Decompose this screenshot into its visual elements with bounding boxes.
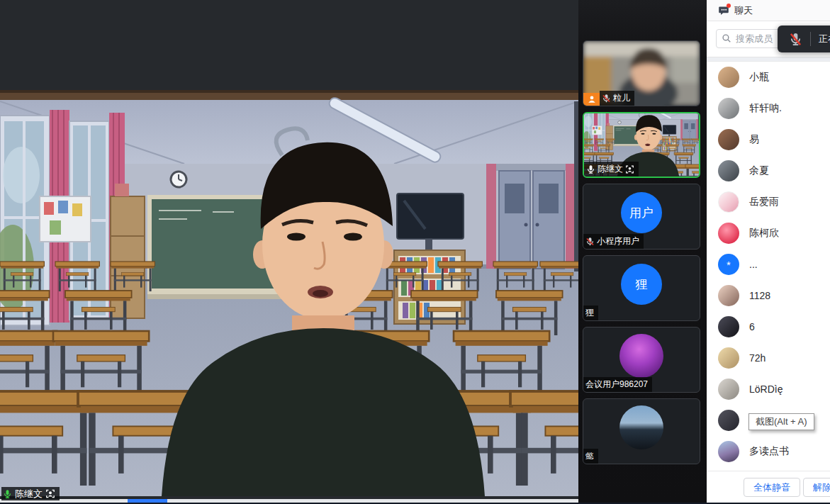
mute-all-button[interactable]: 全体静音 bbox=[744, 478, 800, 497]
participant-name-label: 粒儿 bbox=[600, 91, 634, 106]
vertical-divider bbox=[810, 32, 811, 46]
member-avatar bbox=[718, 316, 739, 337]
member-avatar bbox=[718, 129, 739, 150]
member-avatar bbox=[718, 379, 739, 400]
unmute-all-button[interactable]: 解除静音 bbox=[803, 478, 830, 497]
virtual-background-frame-icon bbox=[45, 489, 55, 498]
member-row[interactable]: 多读点书 bbox=[707, 436, 830, 467]
participant-filmstrip: 粒儿 陈继文 用户 bbox=[578, 0, 707, 504]
participant-tile-miniprogram-user[interactable]: 用户 小程序用户 bbox=[583, 184, 700, 250]
participant-tile-yi[interactable]: 懿 bbox=[583, 398, 700, 464]
member-avatar: * bbox=[718, 254, 739, 275]
host-badge bbox=[583, 93, 600, 106]
photo-avatar bbox=[619, 405, 663, 449]
participant-name-label: 懿 bbox=[583, 449, 598, 464]
member-row[interactable]: 余夏 bbox=[707, 155, 830, 186]
participant-tile-lier[interactable]: 粒儿 bbox=[583, 40, 700, 106]
section-divider bbox=[707, 57, 830, 62]
member-row[interactable]: 岳爱雨 bbox=[707, 186, 830, 218]
member-row[interactable]: 易 bbox=[707, 124, 830, 155]
speaking-indicator-overlay: 正在讲话 bbox=[778, 26, 830, 52]
participant-name-label: 会议用户986207 bbox=[583, 377, 652, 392]
member-row[interactable]: 轩轩呐. bbox=[707, 93, 830, 124]
chat-panel-title: 聊天 bbox=[734, 4, 753, 17]
participant-name-label: 狸 bbox=[583, 306, 598, 320]
member-avatar bbox=[718, 347, 739, 369]
participant-tile-chenjiwen[interactable]: 陈继文 bbox=[583, 112, 700, 178]
main-video-stage: 陈继文 bbox=[0, 0, 578, 504]
member-actions-footer: 全体静音 解除静音 bbox=[707, 471, 830, 503]
main-speaker-name: 陈继文 bbox=[15, 488, 43, 500]
person-icon bbox=[588, 95, 596, 103]
member-avatar bbox=[718, 285, 739, 306]
member-row[interactable]: * ... bbox=[707, 249, 830, 280]
member-row[interactable]: 6 bbox=[707, 311, 830, 342]
member-avatar bbox=[718, 441, 739, 462]
member-avatar bbox=[718, 223, 739, 244]
member-row[interactable]: 72h bbox=[707, 342, 830, 374]
chat-bubble-icon bbox=[718, 5, 729, 16]
notification-dot bbox=[727, 4, 731, 8]
photo-avatar bbox=[619, 334, 663, 378]
participant-tile-li[interactable]: 狸 狸 bbox=[583, 255, 700, 321]
mic-on-icon bbox=[586, 164, 595, 174]
member-row[interactable]: 1128 bbox=[707, 280, 830, 311]
initial-avatar: 狸 bbox=[621, 264, 662, 305]
main-video-feed[interactable] bbox=[0, 90, 578, 496]
main-speaker-label: 陈继文 bbox=[1, 487, 60, 500]
speaking-indicator-text: 正在讲话 bbox=[819, 33, 830, 45]
search-icon bbox=[722, 33, 731, 43]
member-avatar bbox=[718, 410, 739, 431]
participant-name-label: 陈继文 bbox=[584, 162, 639, 177]
chat-panel-header: 聊天 bbox=[707, 0, 830, 21]
member-row[interactable]: LöRDìę bbox=[707, 374, 830, 405]
mic-muted-icon bbox=[789, 32, 802, 47]
member-avatar bbox=[718, 160, 739, 181]
initial-avatar: 用户 bbox=[621, 192, 662, 233]
mic-muted-icon bbox=[585, 237, 595, 247]
participant-name-label: 小程序用户 bbox=[583, 234, 644, 249]
member-avatar bbox=[718, 98, 739, 119]
mic-muted-icon bbox=[602, 94, 611, 103]
mic-on-green-icon bbox=[3, 488, 12, 500]
screenshot-tooltip: 截图(Alt + A) bbox=[748, 413, 814, 430]
member-avatar bbox=[718, 67, 739, 88]
member-avatar bbox=[718, 191, 739, 213]
classroom-virtual-background bbox=[0, 90, 578, 496]
member-row[interactable]: 小瓶 bbox=[707, 62, 830, 93]
participant-tile-meeting-user[interactable]: 会议用户986207 bbox=[583, 327, 700, 393]
member-row[interactable]: 陈柯欣 bbox=[707, 218, 830, 249]
virtual-background-frame-icon bbox=[625, 165, 634, 174]
